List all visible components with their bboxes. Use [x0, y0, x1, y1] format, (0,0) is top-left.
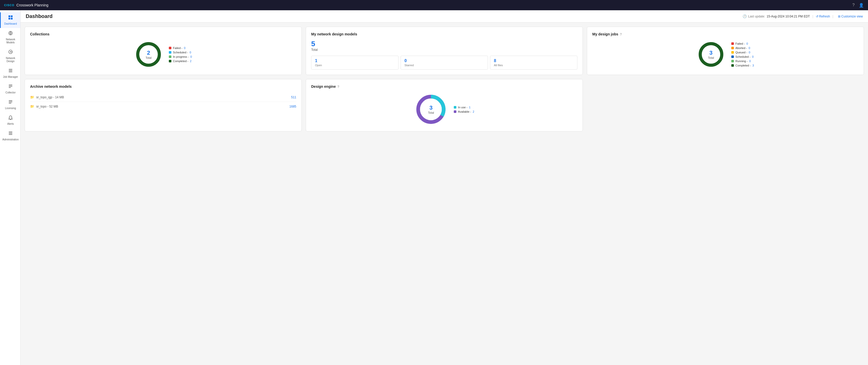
topbar: CISCO Crosswork Planning ? 👤 — [0, 0, 868, 10]
design-jobs-card: My design jobs ? 3 Total — [587, 27, 864, 75]
dj-aborted-count[interactable]: 0 — [748, 46, 750, 49]
sidebar-label-job-manager: Job Manager — [3, 75, 18, 78]
dj-completed-count[interactable]: 3 — [752, 64, 754, 67]
sidebar-item-network-design[interactable]: Network Design — [0, 47, 20, 65]
dj-scheduled-dot — [731, 56, 734, 58]
archive-item-0: 📁 sr_topo_igp - 14 MB 511 — [30, 93, 296, 102]
app-layout: Dashboard Network Models Ne — [0, 10, 868, 365]
sidebar-item-administration[interactable]: Administration — [0, 128, 20, 144]
design-jobs-help-icon[interactable]: ? — [620, 32, 622, 36]
svg-rect-12 — [9, 70, 12, 71]
sidebar-item-licensing[interactable]: Licensing — [0, 97, 20, 112]
network-design-total-number: 5 — [311, 40, 578, 47]
failed-count[interactable]: 0 — [184, 46, 186, 49]
svg-rect-14 — [9, 85, 12, 85]
dj-scheduled-label: Scheduled - — [736, 55, 751, 58]
last-update-value: 15-Aug-2024 10:04:21 PM EDT — [767, 14, 810, 18]
svg-point-5 — [10, 32, 11, 34]
sidebar-item-alerts[interactable]: Alerts — [0, 112, 20, 128]
dashboard-icon — [8, 15, 13, 21]
allfiles-label: All files — [494, 64, 574, 67]
scheduled-dot — [169, 51, 172, 54]
design-jobs-title: My design jobs ? — [592, 32, 859, 36]
dj-running-dot — [731, 60, 734, 62]
svg-rect-3 — [11, 18, 12, 20]
dj-running-label: Running - — [736, 60, 748, 63]
collections-chart-container: 2 Total Failed - 0 Scheduled - 0 — [30, 40, 296, 69]
sidebar-item-dashboard[interactable]: Dashboard — [0, 12, 20, 28]
sidebar-label-administration: Administration — [2, 138, 19, 141]
design-engine-legend: In use - 1 Available - 2 — [454, 106, 474, 113]
separator2: | — [833, 14, 833, 18]
customize-icon: ⊞ — [838, 14, 840, 18]
design-jobs-legend: Failed - 0 Aborted - 0 Queued - 0 S — [731, 42, 754, 67]
svg-rect-21 — [9, 133, 12, 133]
open-label: Open — [315, 64, 395, 67]
scheduled-count[interactable]: 0 — [190, 51, 191, 54]
dj-scheduled-count[interactable]: 0 — [752, 55, 754, 58]
dj-legend-failed: Failed - 0 — [731, 42, 754, 45]
dj-failed-label: Failed - — [736, 42, 745, 45]
header-actions: 🕐 Last update: 15-Aug-2024 10:04:21 PM E… — [743, 14, 863, 18]
de-inuse-label: In use - — [458, 106, 467, 109]
design-jobs-chart-container: 3 Total Failed - 0 Aborted - 0 — [592, 40, 859, 69]
de-inuse-count[interactable]: 1 — [469, 106, 470, 109]
svg-rect-2 — [8, 18, 10, 20]
sidebar-item-collector[interactable]: Collector — [0, 81, 20, 97]
archive-card: Archive network models 📁 sr_topo_igp - 1… — [25, 79, 302, 131]
de-available-label: Available - — [458, 110, 471, 113]
legend-item-inprogress: In progress - 0 — [169, 55, 192, 58]
archive-count-0[interactable]: 511 — [291, 96, 296, 99]
sidebar-item-network-models[interactable]: Network Models — [0, 28, 20, 47]
inprogress-count[interactable]: 0 — [190, 55, 192, 58]
scheduled-label: Scheduled - — [173, 51, 188, 54]
collections-donut-svg — [134, 40, 163, 69]
archive-title: Archive network models — [30, 85, 296, 89]
customize-view-button[interactable]: ⊞ Customize view — [838, 14, 863, 18]
sidebar-label-dashboard: Dashboard — [4, 22, 17, 25]
archive-count-1[interactable]: 1685 — [289, 105, 296, 108]
app-title: Crosswork Planning — [17, 3, 49, 7]
legend-item-completed: Completed - 2 — [169, 60, 192, 63]
dj-legend-running: Running - 0 — [731, 60, 754, 63]
administration-icon — [8, 131, 13, 137]
network-design-stats: 1 Open 0 Starred 8 All files — [311, 56, 578, 70]
help-icon[interactable]: ? — [852, 3, 855, 7]
de-available-count[interactable]: 2 — [473, 110, 474, 113]
design-engine-help-icon[interactable]: ? — [337, 85, 339, 89]
dj-legend-queued: Queued - 0 — [731, 51, 754, 54]
starred-stat-box[interactable]: 0 Starred — [401, 56, 488, 70]
licensing-icon — [8, 99, 13, 106]
dj-running-count[interactable]: 0 — [749, 60, 751, 63]
svg-rect-17 — [9, 100, 12, 101]
dj-queued-count[interactable]: 0 — [749, 51, 750, 54]
dashboard-grid: Collections 2 Total — [21, 23, 868, 135]
completed-count[interactable]: 2 — [190, 60, 191, 63]
dj-queued-label: Queued - — [736, 51, 747, 54]
refresh-button[interactable]: ↺ Refresh — [816, 14, 830, 18]
archive-item-1: 📁 sr_topo - 52 MB 1685 — [30, 102, 296, 111]
sidebar-item-job-manager[interactable]: Job Manager — [0, 65, 20, 81]
de-available-dot — [454, 110, 456, 113]
design-engine-card: Design engine ? 3 T — [306, 79, 583, 131]
dj-aborted-dot — [731, 47, 734, 49]
alerts-icon — [8, 115, 13, 122]
sidebar-label-network-design: Network Design — [3, 57, 18, 63]
dj-legend-completed: Completed - 3 — [731, 64, 754, 67]
svg-rect-0 — [8, 15, 10, 17]
open-stat-box[interactable]: 1 Open — [311, 56, 399, 70]
allfiles-stat-box[interactable]: 8 All files — [490, 56, 578, 70]
archive-name-0: sr_topo_igp - 14 MB — [36, 96, 64, 99]
legend-item-failed: Failed - 0 — [169, 46, 192, 49]
user-icon[interactable]: 👤 — [859, 3, 864, 8]
dj-completed-label: Completed - — [736, 64, 751, 67]
dj-failed-count[interactable]: 0 — [746, 42, 748, 45]
svg-rect-20 — [9, 132, 12, 132]
design-engine-title: Design engine ? — [311, 85, 578, 89]
refresh-icon: ↺ — [816, 14, 818, 18]
dj-aborted-label: Aborted - — [736, 46, 747, 49]
folder-icon-1: 📁 — [30, 104, 34, 108]
completed-dot — [169, 60, 172, 62]
design-jobs-donut-wrapper: 3 Total — [697, 40, 725, 69]
design-engine-chart-container: 3 Total In use - 1 Available - 2 — [311, 93, 578, 126]
